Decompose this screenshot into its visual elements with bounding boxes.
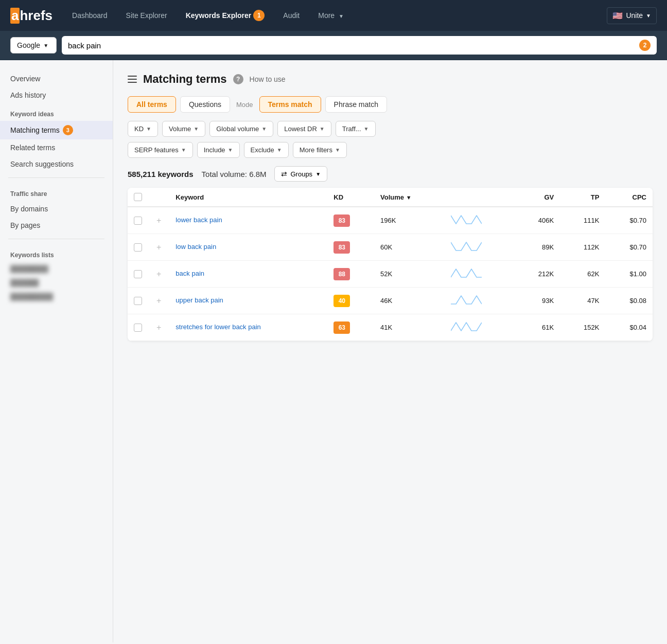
sidebar-item-search-suggestions[interactable]: Search suggestions (0, 156, 113, 172)
row-keyword-cell: low back pain (169, 234, 327, 261)
row-add-cell: + (148, 207, 169, 234)
help-icon[interactable]: ? (233, 74, 243, 84)
engine-selector[interactable]: Google ▼ (10, 37, 57, 53)
sidebar-blurred-3: █████████ (0, 290, 113, 303)
logo[interactable]: a hrefs (10, 8, 52, 24)
nav-site-explorer[interactable]: Site Explorer (119, 7, 174, 24)
country-selector[interactable]: 🇺🇸 Unite ▼ (607, 7, 657, 24)
add-keyword-button-2[interactable]: + (154, 269, 163, 279)
keyword-link-1[interactable]: low back pain (175, 243, 216, 251)
nav-keywords-explorer[interactable]: Keywords Explorer 1 (179, 6, 272, 25)
row-keyword-cell: lower back pain (169, 207, 327, 234)
tab-all-terms[interactable]: All terms (128, 96, 176, 113)
row-checkbox-2[interactable] (134, 270, 142, 278)
sidebar-item-by-pages[interactable]: By pages (0, 217, 113, 234)
table-row: + lower back pain 83 196K 406K 111K $0.7… (128, 207, 653, 234)
trend-sparkline-3 (451, 294, 482, 306)
tab-phrase-match[interactable]: Phrase match (325, 96, 387, 113)
filter-include[interactable]: Include ▼ (197, 142, 240, 158)
groups-button[interactable]: ⇄ Groups ▼ (274, 166, 327, 182)
keyword-link-3[interactable]: upper back pain (175, 296, 223, 304)
trend-sparkline-0 (451, 213, 482, 226)
row-add-cell: + (148, 261, 169, 288)
row-checkbox-1[interactable] (134, 243, 142, 252)
keyword-link-2[interactable]: back pain (175, 270, 204, 277)
sidebar-item-related-terms[interactable]: Related terms (0, 139, 113, 156)
filter-traffic[interactable]: Traff... ▼ (336, 121, 376, 137)
row-volume-cell: 41K (374, 314, 445, 341)
row-trend-cell (445, 288, 515, 314)
nav-more[interactable]: More ▼ (311, 7, 351, 24)
sidebar-item-matching-terms[interactable]: Matching terms 3 (0, 121, 113, 139)
sidebar-section-keyword-ideas: Keyword ideas (0, 103, 113, 121)
col-tp: TP (560, 188, 605, 207)
trend-sparkline-2 (451, 267, 482, 279)
nav-dashboard[interactable]: Dashboard (65, 7, 115, 24)
row-checkbox-cell (128, 207, 148, 234)
row-keyword-cell: upper back pain (169, 288, 327, 314)
page-header: Matching terms ? How to use (128, 73, 653, 86)
table-row: + back pain 88 52K 212K 62K $1.00 (128, 261, 653, 288)
row-checkbox-3[interactable] (134, 297, 142, 305)
keyword-link-4[interactable]: stretches for lower back pain (175, 323, 260, 331)
chevron-down-icon: ▼ (315, 171, 321, 177)
row-kd-cell: 63 (327, 314, 374, 341)
trend-sparkline-1 (451, 240, 482, 253)
chevron-down-icon: ▼ (181, 147, 186, 153)
row-checkbox-4[interactable] (134, 324, 142, 332)
add-keyword-button-1[interactable]: + (154, 242, 163, 253)
select-all-checkbox[interactable] (134, 193, 142, 201)
hamburger-icon[interactable] (128, 76, 137, 83)
tab-questions[interactable]: Questions (180, 96, 230, 113)
filter-lowest-dr[interactable]: Lowest DR ▼ (277, 121, 331, 137)
filter-kd[interactable]: KD ▼ (128, 121, 158, 137)
keyword-link-0[interactable]: lower back pain (175, 216, 222, 224)
row-gv-cell: 93K (515, 288, 560, 314)
add-keyword-button-3[interactable]: + (154, 295, 163, 306)
sidebar-section-traffic-share: Traffic share (0, 183, 113, 201)
filter-serp-features[interactable]: SERP features ▼ (128, 142, 193, 158)
row-checkbox-0[interactable] (134, 217, 142, 225)
col-volume: Volume ▼ (374, 188, 445, 207)
sidebar-item-overview[interactable]: Overview (0, 70, 113, 87)
row-kd-cell: 83 (327, 207, 374, 234)
row-kd-cell: 83 (327, 234, 374, 261)
nav-right: 🇺🇸 Unite ▼ (607, 7, 657, 24)
tabs-row: All terms Questions Mode Terms match Phr… (128, 96, 653, 113)
filters-row-1: KD ▼ Volume ▼ Global volume ▼ Lowest DR … (128, 121, 653, 137)
table-row: + low back pain 83 60K 89K 112K $0.70 (128, 234, 653, 261)
sidebar: Overview Ads history Keyword ideas Match… (0, 60, 113, 642)
search-input[interactable] (68, 41, 635, 50)
row-tp-cell: 111K (560, 207, 605, 234)
col-checkbox (128, 188, 148, 207)
row-trend-cell (445, 234, 515, 261)
row-gv-cell: 212K (515, 261, 560, 288)
filter-global-volume[interactable]: Global volume ▼ (209, 121, 273, 137)
chevron-down-icon: ▼ (320, 126, 325, 132)
sidebar-item-by-domains[interactable]: By domains (0, 201, 113, 217)
total-volume: Total volume: 6.8M (202, 170, 267, 178)
logo-icon: a (10, 8, 20, 24)
tab-terms-match[interactable]: Terms match (259, 96, 321, 113)
search-badge-2: 2 (639, 40, 651, 51)
layout: Overview Ads history Keyword ideas Match… (0, 60, 667, 642)
add-keyword-button-4[interactable]: + (154, 322, 163, 333)
groups-icon: ⇄ (281, 170, 287, 178)
search-input-wrap[interactable]: 2 (62, 36, 657, 55)
col-cpc: CPC (605, 188, 653, 207)
mode-separator: Mode (234, 101, 255, 109)
row-volume-cell: 60K (374, 234, 445, 261)
add-keyword-button-0[interactable]: + (154, 215, 163, 226)
filter-more[interactable]: More filters ▼ (293, 142, 347, 158)
sidebar-section-keywords-lists: Keywords lists (0, 244, 113, 262)
sidebar-badge-3: 3 (63, 125, 73, 135)
row-checkbox-cell (128, 314, 148, 341)
row-trend-cell (445, 261, 515, 288)
how-to-use-link[interactable]: How to use (250, 75, 286, 83)
nav-audit[interactable]: Audit (276, 7, 307, 24)
stats-row: 585,211 keywords Total volume: 6.8M ⇄ Gr… (128, 166, 653, 182)
sidebar-item-ads-history[interactable]: Ads history (0, 87, 113, 103)
filter-exclude[interactable]: Exclude ▼ (244, 142, 289, 158)
filter-volume[interactable]: Volume ▼ (162, 121, 205, 137)
table-row: + upper back pain 40 46K 93K 47K $0.08 (128, 288, 653, 314)
